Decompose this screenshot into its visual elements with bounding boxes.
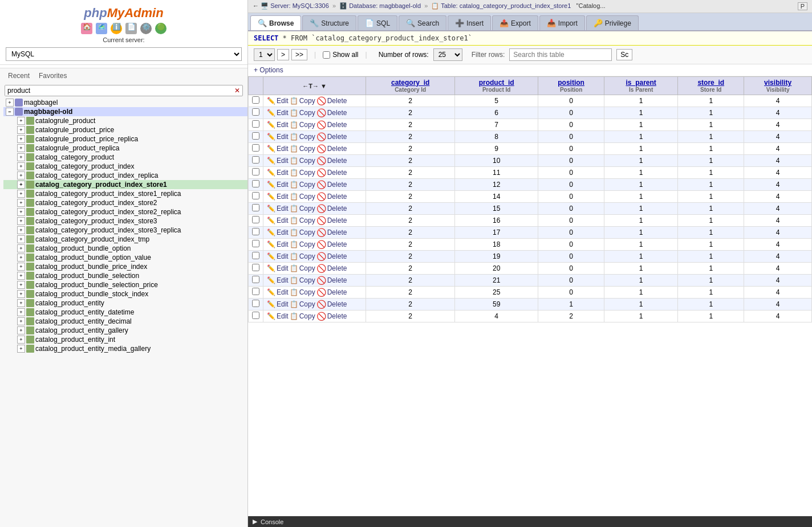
expand-catalog_category_product_index_replica[interactable]: + — [17, 171, 25, 179]
delete-link[interactable]: 🚫 Delete — [316, 204, 347, 213]
expand-catalog_product_entity_gallery[interactable]: + — [17, 326, 25, 334]
breadcrumb-database[interactable]: Database: magbbagel-old — [349, 2, 421, 9]
tab-export[interactable]: 📤 Export — [492, 15, 538, 30]
copy-link[interactable]: 📋 Copy — [290, 109, 315, 117]
expand-catalog_product_entity_media_gallery[interactable]: + — [17, 345, 25, 353]
edit-link[interactable]: ✏️ Edit — [267, 157, 289, 165]
table-item-catalog_product_bundle_stock_index[interactable]: + catalog_product_bundle_stock_index — [3, 289, 247, 299]
table-item-catalogrule_product_price[interactable]: + catalogrule_product_price — [3, 125, 247, 134]
expand-catalog_product_entity_int[interactable]: + — [17, 336, 25, 344]
table-item-catalog_category_product_index_store1[interactable]: + catalog_category_product_index_store1 — [3, 180, 247, 189]
col-name-is-parent[interactable]: is_parent — [626, 79, 656, 87]
table-item-catalog_category_product_index_replica[interactable]: + catalog_category_product_index_replica — [3, 171, 247, 180]
row-select-checkbox[interactable] — [252, 192, 259, 199]
delete-link[interactable]: 🚫 Delete — [316, 228, 347, 237]
expand-catalog_category_product_index_store3[interactable]: + — [17, 217, 25, 225]
expand-catalog_product_entity[interactable]: + — [17, 299, 25, 307]
expand-catalog_category_product_index[interactable]: + — [17, 162, 25, 170]
table-item-catalog_category_product_index_store3[interactable]: + catalog_category_product_index_store3 — [3, 216, 247, 226]
breadcrumb-table[interactable]: Table: catalog_category_product_index_st… — [441, 2, 571, 9]
table-item-catalog_product_bundle_option_value[interactable]: + catalog_product_bundle_option_value — [3, 253, 247, 262]
tab-sql[interactable]: 📄 SQL — [358, 15, 397, 30]
expand-catalog_category_product_index_store1_replica[interactable]: + — [17, 190, 25, 198]
copy-link[interactable]: 📋 Copy — [290, 145, 315, 153]
nav-next-button[interactable]: > — [277, 49, 289, 60]
edit-link[interactable]: ✏️ Edit — [267, 121, 289, 129]
expand-catalog_product_entity_decimal[interactable]: + — [17, 317, 25, 325]
expand-catalogrule_product_replica[interactable]: + — [17, 144, 25, 152]
expand-magbbagel[interactable]: + — [6, 99, 14, 107]
edit-link[interactable]: ✏️ Edit — [267, 169, 289, 177]
gear-icon[interactable]: ⚙️ — [140, 23, 152, 34]
expand-catalog_product_bundle_selection[interactable]: + — [17, 272, 25, 280]
expand-catalog_category_product_index_store3_replica[interactable]: + — [17, 226, 25, 234]
pin-button[interactable]: P — [798, 2, 807, 10]
table-item-catalog_category_product_index[interactable]: + catalog_category_product_index — [3, 162, 247, 171]
favorites-tab[interactable]: Favorites — [36, 71, 69, 81]
table-item-catalog_product_entity_decimal[interactable]: + catalog_product_entity_decimal — [3, 317, 247, 326]
table-item-catalog_product_entity_media_gallery[interactable]: + catalog_product_entity_media_gallery — [3, 344, 247, 353]
expand-catalog_category_product_index_store2[interactable]: + — [17, 199, 25, 207]
delete-link[interactable]: 🚫 Delete — [316, 192, 347, 201]
table-item-catalog_category_product_index_store1_replica[interactable]: + catalog_category_product_index_store1_… — [3, 189, 247, 198]
delete-link[interactable]: 🚫 Delete — [316, 96, 347, 105]
image-icon[interactable]: 🗺️ — [96, 23, 107, 34]
table-item-catalog_product_bundle_selection_price[interactable]: + catalog_product_bundle_selection_price — [3, 280, 247, 289]
copy-link[interactable]: 📋 Copy — [290, 216, 315, 224]
row-select-checkbox[interactable] — [252, 204, 259, 211]
edit-link[interactable]: ✏️ Edit — [267, 145, 289, 153]
expand-catalog_category_product_index_store1[interactable]: + — [17, 181, 25, 189]
row-select-checkbox[interactable] — [252, 288, 259, 295]
delete-link[interactable]: 🚫 Delete — [316, 276, 347, 285]
expand-catalog_category_product_index_tmp[interactable]: + — [17, 235, 25, 243]
row-select-checkbox[interactable] — [252, 180, 259, 187]
delete-link[interactable]: 🚫 Delete — [316, 132, 347, 141]
copy-link[interactable]: 📋 Copy — [290, 97, 315, 105]
delete-link[interactable]: 🚫 Delete — [316, 300, 347, 309]
expand-catalog_category_product[interactable]: + — [17, 153, 25, 161]
copy-link[interactable]: 📋 Copy — [290, 205, 315, 213]
edit-link[interactable]: ✏️ Edit — [267, 228, 289, 236]
copy-link[interactable]: 📋 Copy — [290, 312, 315, 320]
col-name-position[interactable]: position — [558, 79, 584, 87]
edit-link[interactable]: ✏️ Edit — [267, 240, 289, 248]
delete-link[interactable]: 🚫 Delete — [316, 108, 347, 117]
col-name-store-id[interactable]: store_id — [697, 79, 724, 87]
edit-link[interactable]: ✏️ Edit — [267, 133, 289, 141]
tab-browse[interactable]: 🔍 Browse — [250, 15, 301, 30]
tab-import[interactable]: 📥 Import — [539, 15, 585, 30]
expand-catalogrule_product[interactable]: + — [17, 117, 25, 125]
copy-link[interactable]: 📋 Copy — [290, 264, 315, 272]
tab-privilege[interactable]: 🔑 Privilege — [586, 15, 639, 30]
delete-link[interactable]: 🚫 Delete — [316, 120, 347, 129]
edit-link[interactable]: ✏️ Edit — [267, 300, 289, 308]
table-item-catalog_product_bundle_price_index[interactable]: + catalog_product_bundle_price_index — [3, 262, 247, 271]
copy-link[interactable]: 📋 Copy — [290, 133, 315, 141]
row-select-checkbox[interactable] — [252, 96, 259, 104]
edit-link[interactable]: ✏️ Edit — [267, 264, 289, 272]
delete-link[interactable]: 🚫 Delete — [316, 180, 347, 189]
edit-link[interactable]: ✏️ Edit — [267, 97, 289, 105]
table-item-catalog_product_bundle_selection[interactable]: + catalog_product_bundle_selection — [3, 271, 247, 280]
col-name-product-id[interactable]: product_id — [479, 79, 514, 87]
edit-link[interactable]: ✏️ Edit — [267, 181, 289, 189]
expand-catalog_product_bundle_selection_price[interactable]: + — [17, 281, 25, 289]
db-item-magbbagel-old[interactable]: − magbbagel-old — [3, 107, 247, 116]
tab-structure[interactable]: 🔧 Structure — [302, 15, 356, 30]
table-item-catalogrule_product_price_replica[interactable]: + catalogrule_product_price_replica — [3, 134, 247, 144]
expand-catalogrule_product_price[interactable]: + — [17, 126, 25, 134]
green-icon[interactable]: 🟢 — [155, 23, 167, 34]
col-name-visibility[interactable]: visibility — [764, 79, 791, 87]
row-select-checkbox[interactable] — [252, 240, 259, 247]
edit-link[interactable]: ✏️ Edit — [267, 252, 289, 260]
row-select-checkbox[interactable] — [252, 156, 259, 164]
copy-link[interactable]: 📋 Copy — [290, 181, 315, 189]
row-select-checkbox[interactable] — [252, 132, 259, 140]
recent-tab[interactable]: Recent — [6, 71, 32, 81]
table-item-catalog_product_entity_int[interactable]: + catalog_product_entity_int — [3, 335, 247, 344]
expand-catalog_product_bundle_option[interactable]: + — [17, 244, 25, 252]
breadcrumb-arrow[interactable]: ← — [253, 2, 259, 9]
copy-link[interactable]: 📋 Copy — [290, 193, 315, 201]
table-item-catalog_category_product[interactable]: + catalog_category_product — [3, 153, 247, 162]
edit-link[interactable]: ✏️ Edit — [267, 312, 289, 320]
